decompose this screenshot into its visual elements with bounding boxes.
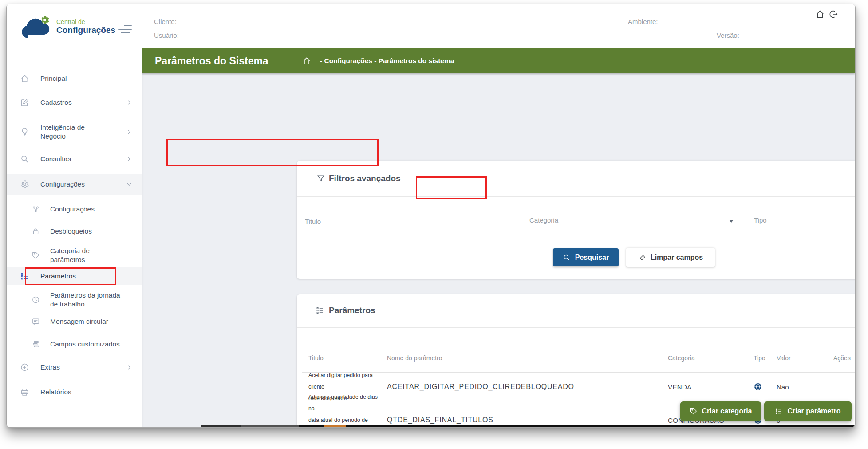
strip-segment <box>201 425 241 428</box>
globe-icon <box>754 382 762 391</box>
sidebar-item-relatorios[interactable]: Relatórios <box>7 384 142 400</box>
header-divider <box>290 52 290 69</box>
search-icon <box>563 254 571 262</box>
sidebar-item-extras[interactable]: Extras <box>7 359 142 375</box>
chevron-right-icon <box>126 99 132 106</box>
sidebar-item-label: Inteligência de Negócio <box>40 123 85 141</box>
logo-text-line1: Central de <box>56 18 85 25</box>
strip-segment-orange <box>324 425 346 428</box>
sidebar-item-label: Principal <box>40 74 67 83</box>
create-parameter-label: Criar parâmetro <box>787 407 840 415</box>
clock-icon <box>32 296 40 304</box>
list-icon <box>775 407 783 415</box>
parameters-title: Parâmetros <box>329 306 375 315</box>
tipo-select[interactable]: Tipo <box>753 208 856 228</box>
sidebar-item-label: Relatórios <box>40 388 71 397</box>
top-header: Central de Configurações Cliente: Usuári… <box>7 4 855 48</box>
sidebar-item-label: Parâmetros da jornada de trabalho <box>50 291 120 309</box>
page-header-bar: Parâmetros do Sistema - Configurações - … <box>142 48 855 73</box>
gear-icon <box>20 180 29 189</box>
chevron-right-icon <box>126 156 132 162</box>
cell-valor: Não <box>777 383 789 391</box>
clear-fields-label: Limpar campos <box>651 254 703 262</box>
page-title: Parâmetros do Sistema <box>155 55 268 67</box>
logo-text-line2: Configurações <box>56 25 115 35</box>
sidebar-subitem-parametros-jornada[interactable]: Parâmetros da jornada de trabalho <box>7 288 142 311</box>
message-icon <box>32 318 40 326</box>
breadcrumb-home-icon[interactable] <box>302 56 311 65</box>
pencil-square-icon <box>20 98 29 107</box>
column-header-categoria: Categoria <box>668 354 695 362</box>
sidebar-item-label: Campos customizados <box>50 340 120 349</box>
sidebar-item-principal[interactable]: Principal <box>7 71 142 87</box>
environment-label: Ambiente: <box>628 18 658 25</box>
sidebar-item-label: Configurações <box>40 180 85 189</box>
table-row: Aceitar digitar pedido para cliente rede… <box>302 372 856 401</box>
share-nodes-icon <box>32 205 40 214</box>
column-header-valor: Valor <box>777 354 791 362</box>
create-category-label: Criar categoria <box>702 407 752 415</box>
sidebar-item-label: Configurações <box>50 205 95 214</box>
tipo-select-label: Tipo <box>754 216 767 224</box>
chevron-down-icon <box>126 181 132 187</box>
filters-divider <box>297 196 856 197</box>
table-header-row: Titulo Nome do parâmetro Categoria Tipo … <box>302 354 856 368</box>
sidebar-item-label: Cadastros <box>40 98 72 107</box>
create-parameter-button[interactable]: Criar parâmetro <box>764 401 852 421</box>
sidebar-subitem-desbloqueios[interactable]: Desbloqueios <box>7 223 142 239</box>
sidebar-item-label: Consultas <box>40 155 71 163</box>
advanced-filters-panel: Filtros avançados Categoria Tipo Pesquis… <box>297 161 856 279</box>
home-icon[interactable] <box>815 9 825 19</box>
sidebar-subitem-configuracoes[interactable]: Configurações <box>7 201 142 217</box>
content-area: Filtros avançados Categoria Tipo Pesquis… <box>142 73 855 427</box>
sidebar-item-configuracoes[interactable]: Configurações <box>7 176 142 192</box>
printer-icon <box>20 388 29 397</box>
sidebar-subitem-parametros[interactable]: Parâmetros <box>7 268 142 284</box>
version-label: Versão: <box>717 32 739 39</box>
sidebar-item-label: Parâmetros <box>40 272 76 281</box>
sidebar-item-consultas[interactable]: Consultas <box>7 151 142 167</box>
chevron-right-icon <box>126 129 132 135</box>
tag-icon <box>32 251 40 260</box>
lightbulb-icon <box>20 127 29 137</box>
sidebar-item-label: Desbloqueios <box>50 227 92 236</box>
logout-icon[interactable] <box>829 9 838 19</box>
cell-categoria: VENDA <box>668 383 692 391</box>
categoria-select-label: Categoria <box>529 216 558 224</box>
cell-nome: QTDE_DIAS_FINAL_TITULOS <box>387 416 493 424</box>
create-category-button[interactable]: Criar categoria <box>680 401 761 421</box>
app-window: Central de Configurações Cliente: Usuári… <box>6 4 856 428</box>
logo-gear-icon <box>39 15 50 25</box>
stacked-fields-icon <box>32 340 40 349</box>
list-icon <box>20 272 29 281</box>
search-button[interactable]: Pesquisar <box>553 248 619 266</box>
user-label: Usuário: <box>154 32 179 39</box>
home-icon <box>20 74 29 83</box>
sidebar-subitem-categoria-de-parametros[interactable]: Categoria de parâmetros <box>7 244 142 267</box>
eraser-icon <box>638 254 646 262</box>
sidebar-subitem-campos-customizados[interactable]: Campos customizados <box>7 336 142 352</box>
search-button-label: Pesquisar <box>575 254 609 262</box>
clear-fields-button[interactable]: Limpar campos <box>626 248 715 267</box>
caret-down-icon <box>729 220 734 223</box>
search-icon <box>20 155 29 164</box>
sidebar-item-label: Categoria de parâmetros <box>50 246 90 264</box>
sidebar-subitem-mensagem-circular[interactable]: Mensagem circular <box>7 314 142 330</box>
titulo-input[interactable] <box>305 218 500 225</box>
client-label: Cliente: <box>154 18 177 25</box>
bottom-edge-strip <box>201 425 855 428</box>
titulo-field[interactable] <box>304 208 509 228</box>
chevron-right-icon <box>126 364 132 370</box>
column-header-tipo: Tipo <box>754 354 765 362</box>
list-icon <box>316 306 324 315</box>
screenshot-canvas: Central de Configurações Cliente: Usuári… <box>0 0 868 449</box>
categoria-select[interactable]: Categoria <box>529 208 736 228</box>
sidebar-item-label: Mensagem circular <box>50 317 108 326</box>
sidebar-item-inteligencia-de-negocio[interactable]: Inteligência de Negócio <box>7 120 142 143</box>
sidebar-item-cadastros[interactable]: Cadastros <box>7 95 142 111</box>
sidebar: Principal Cadastros Inteligência de Negó… <box>7 48 142 428</box>
column-header-acoes: Ações <box>833 354 851 362</box>
menu-toggle-icon[interactable] <box>118 24 132 35</box>
column-header-nome: Nome do parâmetro <box>387 354 442 362</box>
unlock-icon <box>32 227 40 236</box>
